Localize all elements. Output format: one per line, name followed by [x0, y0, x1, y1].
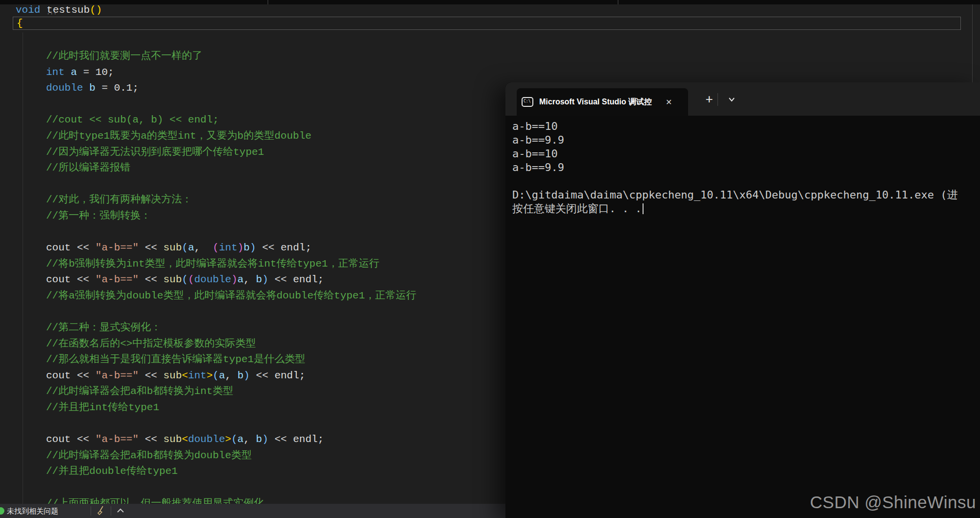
- code-line: int a = 10;: [46, 65, 416, 81]
- code-token: //此时我们就要测一点不一样的了: [46, 50, 202, 62]
- code-line: [46, 480, 416, 496]
- terminal-line: D:\gitdaima\daima\cppkecheng_10.11\x64\D…: [512, 188, 980, 202]
- code-token: b: [256, 274, 263, 285]
- statusbar-divider: [91, 506, 91, 516]
- code-line: //在函数名后的<>中指定模板参数的实际类型: [46, 336, 416, 352]
- terminal-line: [512, 174, 980, 188]
- chevron-up-icon[interactable]: [116, 505, 126, 516]
- text-cursor: [643, 203, 644, 214]
- code-line: //第一种：强制转换：: [46, 208, 416, 224]
- code-token: << endl;: [268, 274, 324, 285]
- code-token: "a-b==": [96, 434, 139, 445]
- code-token: "a-b==": [96, 274, 139, 285]
- terminal-tab[interactable]: C:\ Microsoft Visual Studio 调试控 ✕: [517, 88, 688, 116]
- code-token: >: [207, 370, 213, 381]
- code-token: //那么就相当于是我们直接告诉编译器type1是什么类型: [46, 354, 305, 365]
- code-token: int: [219, 242, 238, 253]
- code-token: //并且把int传给type1: [46, 402, 159, 413]
- code-token: //cout << sub(a, b) << endl;: [46, 114, 219, 125]
- tab-divider: [267, 0, 268, 4]
- function-signature-line: void testsub(): [16, 3, 102, 18]
- code-token: ): [262, 434, 268, 445]
- code-token: int: [188, 370, 207, 381]
- problems-status-icon: [0, 507, 4, 515]
- code-token: ,: [243, 274, 256, 285]
- code-token: [83, 82, 90, 94]
- current-line-box: {: [13, 17, 961, 30]
- code-line: //第二种：显式实例化：: [46, 320, 416, 336]
- reference-dots: ···: [47, 11, 57, 16]
- editor-tab-strip-remnant: [0, 0, 980, 4]
- code-token: (: [182, 274, 188, 285]
- code-token: //第二种：显式实例化：: [46, 322, 161, 333]
- status-message: 未找到相关问题: [7, 504, 58, 518]
- code-line: //此时编译器会把a和b都转换为double类型: [46, 448, 416, 464]
- code-token: a: [219, 370, 225, 381]
- code-token: ,: [243, 434, 256, 445]
- code-line: //因为编译器无法识别到底要把哪个传给type1: [46, 145, 416, 161]
- code-token: ): [243, 370, 250, 381]
- code-token: cout <<: [46, 242, 96, 253]
- code-token: //在函数名后的<>中指定模板参数的实际类型: [46, 338, 256, 349]
- code-token: //因为编译器无法识别到底要把哪个传给type1: [46, 147, 264, 158]
- terminal-line: 按任意键关闭此窗口. . .: [512, 202, 980, 216]
- code-token: [40, 4, 47, 16]
- code-line: cout << "a-b==" << sub((double)a, b) << …: [46, 272, 416, 288]
- code-token: a: [188, 242, 194, 253]
- terminal-window: C:\ Microsoft Visual Studio 调试控 ✕ + a-b=…: [505, 82, 980, 518]
- code-token: a: [238, 434, 244, 445]
- code-token: void: [16, 4, 40, 16]
- terminal-line: a-b==10: [512, 147, 980, 161]
- code-token: //将b强制转换为int类型，此时编译器就会将int传给type1，正常运行: [46, 258, 379, 270]
- cmd-prompt-icon: C:\: [522, 97, 533, 107]
- code-line: //此时我们就要测一点不一样的了: [46, 49, 416, 65]
- code-line: [46, 416, 416, 432]
- clean-broom-icon[interactable]: [96, 505, 107, 516]
- code-token: (: [213, 370, 219, 381]
- code-token: double: [188, 434, 225, 445]
- code-token: <: [182, 370, 188, 381]
- code-token: b: [238, 370, 244, 381]
- code-token: sub: [163, 370, 182, 381]
- code-token: ): [262, 274, 268, 285]
- code-token: //第一种：强制转换：: [46, 210, 151, 222]
- code-token: = 10;: [77, 67, 114, 78]
- code-line: [46, 224, 416, 241]
- code-token: b: [243, 242, 250, 253]
- code-token: ): [238, 242, 244, 253]
- code-token: cout <<: [46, 274, 96, 285]
- chevron-down-icon[interactable]: [724, 93, 740, 106]
- code-token: ,: [225, 370, 238, 381]
- code-area[interactable]: //此时我们就要测一点不一样的了int a = 10;double b = 0.…: [46, 49, 416, 512]
- code-token: << endl;: [250, 370, 305, 381]
- code-token: b: [89, 82, 96, 94]
- tabbar-divider: [717, 93, 718, 106]
- vs-editor-screen: void testsub() ··· { //此时我们就要测一点不一样的了int…: [0, 0, 980, 518]
- terminal-line: a-b==10: [512, 120, 980, 133]
- code-line: //将b强制转换为int类型，此时编译器就会将int传给type1，正常运行: [46, 256, 416, 272]
- code-token: double: [194, 274, 232, 285]
- close-icon[interactable]: ✕: [666, 98, 672, 107]
- indent-guide: [23, 32, 23, 504]
- code-token: "a-b==": [96, 242, 139, 253]
- code-token: //所以编译器报错: [46, 162, 130, 173]
- terminal-output[interactable]: a-b==10a-b==9.9a-b==10a-b==9.9D:\gitdaim…: [505, 116, 980, 518]
- code-line: [46, 97, 416, 113]
- code-token: <: [182, 434, 188, 445]
- code-token: [65, 67, 71, 78]
- code-line: double b = 0.1;: [46, 80, 416, 97]
- code-token: //将a强制转换为double类型，此时编译器就会将double传给type1，…: [46, 290, 416, 301]
- tab-divider: [618, 0, 619, 4]
- code-token: ): [250, 242, 256, 253]
- code-token: cout <<: [46, 370, 96, 381]
- open-brace: {: [17, 17, 23, 29]
- code-token: sub: [163, 434, 182, 445]
- new-tab-button[interactable]: +: [700, 89, 718, 109]
- code-token: <<: [139, 242, 163, 253]
- terminal-tab-bar: C:\ Microsoft Visual Studio 调试控 ✕ +: [505, 82, 980, 116]
- code-token: int: [46, 67, 65, 78]
- code-token: (: [231, 434, 238, 445]
- code-token: sub: [163, 274, 182, 285]
- code-token: (: [182, 242, 188, 253]
- code-token: (: [188, 274, 194, 285]
